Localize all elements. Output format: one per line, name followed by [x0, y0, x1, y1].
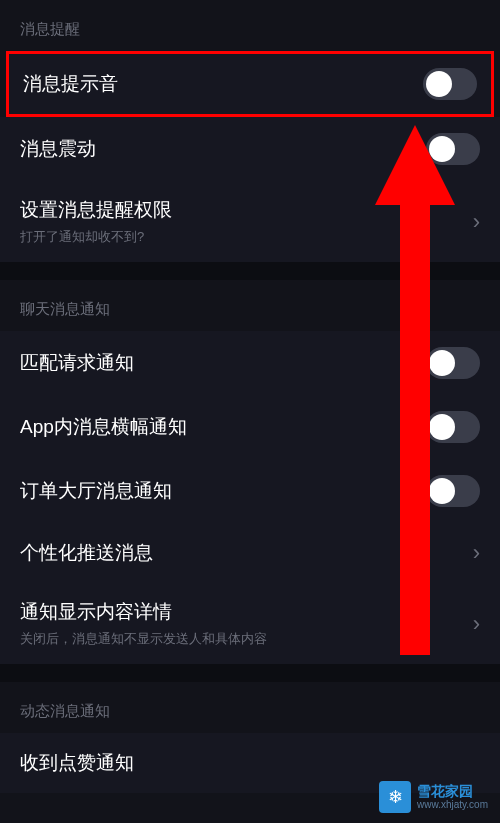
chevron-right-icon: › [473, 540, 480, 566]
snowflake-icon: ❄ [379, 781, 411, 813]
toggle-message-vibrate[interactable] [426, 133, 480, 165]
toggle-order-hall[interactable] [426, 475, 480, 507]
row-app-banner[interactable]: App内消息横幅通知 [0, 395, 500, 459]
chevron-right-icon: › [473, 611, 480, 637]
section-divider [0, 664, 500, 682]
section-divider [0, 262, 500, 280]
section-header-chat: 聊天消息通知 [0, 280, 500, 331]
row-order-hall[interactable]: 订单大厅消息通知 [0, 459, 500, 523]
label-app-banner: App内消息横幅通知 [20, 414, 187, 440]
row-message-vibrate[interactable]: 消息震动 [0, 117, 500, 181]
sub-notification-permission: 打开了通知却收不到? [20, 228, 172, 246]
label-match-request: 匹配请求通知 [20, 350, 134, 376]
row-content-detail[interactable]: 通知显示内容详情 关闭后，消息通知不显示发送人和具体内容 › [0, 583, 500, 664]
toggle-knob [429, 414, 455, 440]
toggle-knob [429, 136, 455, 162]
watermark-name: 雪花家园 [417, 783, 488, 800]
row-match-request[interactable]: 匹配请求通知 [0, 331, 500, 395]
label-content-detail: 通知显示内容详情 [20, 599, 267, 625]
toggle-match-request[interactable] [426, 347, 480, 379]
label-order-hall: 订单大厅消息通知 [20, 478, 172, 504]
section-header-dynamic: 动态消息通知 [0, 682, 500, 733]
label-personal-push: 个性化推送消息 [20, 540, 153, 566]
toggle-knob [426, 71, 452, 97]
section-header-notifications: 消息提醒 [0, 0, 500, 51]
label-notification-permission: 设置消息提醒权限 [20, 197, 172, 223]
sub-content-detail: 关闭后，消息通知不显示发送人和具体内容 [20, 630, 267, 648]
label-like-notification: 收到点赞通知 [20, 750, 134, 776]
row-message-sound[interactable]: 消息提示音 [6, 51, 494, 117]
row-notification-permission[interactable]: 设置消息提醒权限 打开了通知却收不到? › [0, 181, 500, 262]
watermark: ❄ 雪花家园 www.xhjaty.com [379, 781, 488, 813]
toggle-knob [429, 350, 455, 376]
chevron-right-icon: › [473, 209, 480, 235]
label-message-sound: 消息提示音 [23, 71, 118, 97]
watermark-url: www.xhjaty.com [417, 799, 488, 811]
row-personal-push[interactable]: 个性化推送消息 › [0, 523, 500, 583]
toggle-message-sound[interactable] [423, 68, 477, 100]
toggle-app-banner[interactable] [426, 411, 480, 443]
toggle-knob [429, 478, 455, 504]
label-message-vibrate: 消息震动 [20, 136, 96, 162]
